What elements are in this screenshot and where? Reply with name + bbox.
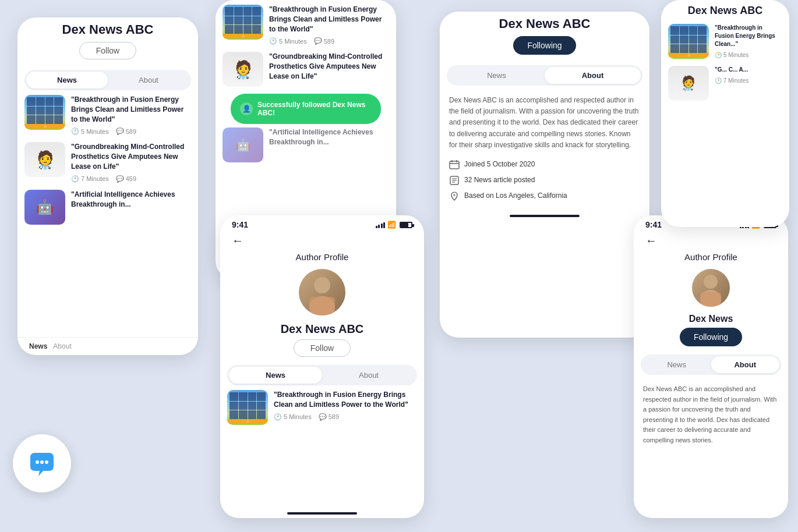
home-indicator-3 [287, 512, 357, 515]
article-headline-6a: "Breakthrough in Fusion Energy Brings Cl… [715, 24, 782, 48]
article-info-t1: "Breakthrough in Fusion Energy Brings Cl… [269, 5, 389, 45]
status-time-5: 9:41 [645, 220, 662, 229]
about-section-4: Dex News ABC is an accomplished and resp… [440, 90, 649, 211]
article-headline-2: "Groundbreaking Mind-Controlled Prosthet… [71, 142, 191, 171]
article-info-t3: "Artificial Intelligence Achieves Breakt… [269, 127, 389, 151]
article-thumbnail-6b: 🧑‍⚕️ [668, 66, 709, 101]
back-button-5[interactable]: ← [634, 232, 788, 250]
article-info-2: "Groundbreaking Mind-Controlled Prosthet… [71, 142, 191, 182]
back-button-3[interactable]: ← [220, 232, 424, 250]
wifi-icon-3: 📶 [387, 221, 396, 229]
article-thumbnail-3a: ⚠ [227, 390, 268, 425]
screen-author-follow: 9:41 📶 ← Author Profile [220, 215, 424, 518]
article-meta-2: 🕐 7 Minutes 💬 459 [71, 175, 191, 183]
article-thumbnail-t2: 🧑‍⚕️ [223, 52, 263, 87]
news-list-1: ⚠ "Breakthrough in Fusion Energy Brings … [17, 95, 198, 337]
location-info: Based on Los Angeles, California [449, 190, 640, 201]
tab-news-4[interactable]: News [449, 67, 545, 84]
news-card-t1[interactable]: ⚠ "Breakthrough in Fusion Energy Brings … [223, 5, 389, 45]
tab-row-3: News About [227, 365, 417, 385]
tab-about-1[interactable]: About [108, 72, 189, 88]
app-header-4: Dex News ABC Following [440, 12, 649, 63]
articles-text: 32 News article posted [464, 175, 535, 186]
comments-1: 💬 589 [116, 127, 136, 135]
svg-point-16 [36, 460, 39, 464]
tab-row-4: News About [447, 65, 642, 86]
article-info-6b: "G... C... A... 🕐 7 Minutes [715, 66, 782, 84]
news-list-3: ⚠ "Breakthrough in Fusion Energy Brings … [220, 390, 424, 509]
follow-button-1[interactable]: Follow [79, 42, 136, 59]
news-card-1[interactable]: ⚠ "Breakthrough in Fusion Energy Brings … [24, 95, 191, 135]
about-section-5: Dex News ABC is an accomplished and resp… [634, 380, 788, 451]
screen-news-feed-left: Dex News ABC Follow News About ⚠ [17, 17, 198, 355]
tab-about-4[interactable]: About [545, 67, 641, 84]
svg-point-18 [45, 460, 48, 464]
article-thumbnail-6a: ⚠ [668, 24, 709, 59]
article-info-6a: "Breakthrough in Fusion Energy Brings Cl… [715, 24, 782, 58]
following-button-4[interactable]: Following [513, 36, 575, 55]
article-headline-t2: "Groundbreaking Mind-Controlled Prosthet… [269, 52, 389, 81]
svg-rect-2 [309, 297, 335, 315]
follow-button-3[interactable]: Follow [294, 339, 351, 357]
article-headline-t1: "Breakthrough in Fusion Energy Brings Cl… [269, 5, 389, 34]
article-thumbnail-3: 🤖 [24, 190, 65, 225]
joined-info: Joined 5 October 2020 [449, 159, 640, 170]
article-info-1: "Breakthrough in Fusion Energy Brings Cl… [71, 95, 191, 135]
author-avatar-3 [299, 269, 345, 315]
screen-author-following-about: 9:41 📶 ← Author Profile [634, 215, 788, 518]
bottom-about-1[interactable]: About [53, 342, 71, 350]
news-card-t3: 🤖 "Artificial Intelligence Achieves Brea… [223, 127, 389, 162]
tab-about-3[interactable]: About [322, 367, 415, 384]
location-text: Based on Los Angeles, California [464, 190, 567, 201]
bottom-news-1[interactable]: News [29, 342, 47, 350]
comments-2: 💬 459 [116, 175, 136, 183]
tab-news-5[interactable]: News [642, 356, 711, 373]
toast-message: Successfully followed Dex News ABC! [257, 101, 372, 117]
news-card-t2[interactable]: 🧑‍⚕️ "Groundbreaking Mind-Controlled Pro… [223, 52, 389, 87]
article-thumbnail-t3: 🤖 [223, 127, 263, 162]
tab-about-5[interactable]: About [711, 356, 780, 373]
app-name-6: Dex News ABC [668, 5, 782, 17]
article-headline-t3: "Artificial Intelligence Achieves Breakt… [269, 127, 389, 147]
author-bio-4: Dex News ABC is an accomplished and resp… [449, 95, 640, 151]
screen-author-about: Dex News ABC Following News About Dex Ne… [440, 12, 649, 338]
author-name-3: Dex News ABC [220, 322, 424, 336]
status-bar-3: 9:41 📶 [220, 215, 424, 232]
article-headline-6b: "G... C... A... [715, 66, 782, 74]
tab-news-3[interactable]: News [229, 367, 322, 384]
news-card-3a[interactable]: ⚠ "Breakthrough in Fusion Energy Brings … [227, 390, 417, 425]
news-card-3[interactable]: 🤖 "Artificial Intelligence Achieves Brea… [24, 190, 191, 225]
article-headline-3a: "Breakthrough in Fusion Energy Brings Cl… [274, 390, 417, 410]
tab-row-1: News About [24, 70, 191, 90]
app-name-1: Dex News ABC [27, 22, 189, 37]
news-card-6a[interactable]: ⚠ "Breakthrough in Fusion Energy Brings … [668, 24, 782, 59]
article-thumbnail-2: 🧑‍⚕️ [24, 142, 65, 177]
article-headline-3: "Artificial Intelligence Achieves Breakt… [71, 190, 191, 210]
author-meta-list: Joined 5 October 2020 32 News article po… [449, 159, 640, 202]
news-card-2[interactable]: 🧑‍⚕️ "Groundbreaking Mind-Controlled Pro… [24, 142, 191, 182]
status-icons-3: 📶 [376, 221, 413, 229]
app-logo-bubble [13, 434, 71, 492]
article-info-t2: "Groundbreaking Mind-Controlled Prosthet… [269, 52, 389, 84]
bottom-nav-1: News About [17, 337, 198, 355]
calendar-icon [449, 159, 460, 170]
page-title-5: Author Profile [634, 250, 788, 267]
following-button-5[interactable]: Following [680, 328, 742, 346]
author-name-5: Dex News [634, 314, 788, 324]
article-thumbnail-t1: ⚠ [223, 5, 263, 40]
status-time-3: 9:41 [232, 220, 248, 229]
tab-news-1[interactable]: News [26, 72, 108, 88]
svg-rect-3 [450, 161, 459, 169]
app-header-1: Dex News ABC Follow [17, 17, 198, 68]
article-info-3a: "Breakthrough in Fusion Energy Brings Cl… [274, 390, 417, 421]
screen-news-feed-right: Dex News ABC ⚠ "Breakthrough in Fusion E… [661, 0, 789, 227]
article-info-3: "Artificial Intelligence Achieves Breakt… [71, 190, 191, 213]
author-avatar-5 [692, 269, 730, 307]
signal-icon-3 [376, 221, 386, 228]
svg-point-17 [40, 460, 44, 464]
tab-row-5: News About [641, 354, 781, 375]
page-title-3: Author Profile [220, 250, 424, 267]
svg-point-11 [454, 194, 456, 196]
read-time-1: 🕐 5 Minutes [71, 127, 109, 135]
news-card-6b[interactable]: 🧑‍⚕️ "G... C... A... 🕐 7 Minutes [668, 66, 782, 101]
